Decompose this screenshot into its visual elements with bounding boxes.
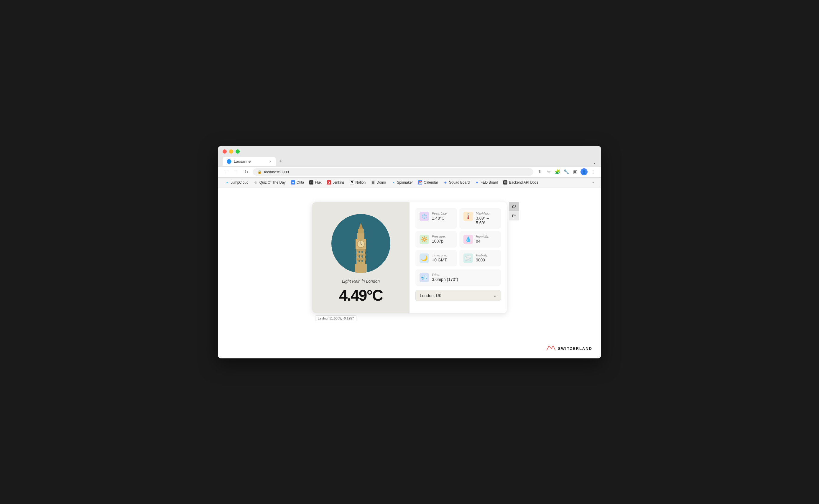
jenkins-favicon: ◑ bbox=[327, 180, 331, 185]
min-max-icon: 🌡️ bbox=[463, 212, 473, 221]
back-button[interactable]: ← bbox=[223, 168, 230, 175]
sidebar-icon[interactable]: ▣ bbox=[572, 168, 579, 175]
extensions-puzzle-icon[interactable]: 🔧 bbox=[563, 168, 570, 175]
weather-right-panel: ❄️ Feels Like: 1.48°C 🌡️ Min/Max: 3.89° … bbox=[409, 202, 507, 313]
min-max-card: 🌡️ Min/Max: 3.89° – 5.69° bbox=[459, 208, 501, 229]
humidity-label: Humidity: bbox=[476, 235, 489, 238]
bookmark-domo[interactable]: ▦ Domo bbox=[369, 179, 388, 185]
bookmark-jumpcloud[interactable]: ☁ JumpCloud bbox=[223, 179, 251, 185]
timezone-value: +0 GMT bbox=[432, 258, 447, 262]
share-icon[interactable]: ⬆ bbox=[536, 168, 543, 175]
svg-marker-11 bbox=[359, 223, 363, 229]
feels-like-value: 1.48°C bbox=[432, 216, 448, 220]
more-bookmarks-button[interactable]: » bbox=[590, 179, 596, 185]
backend-api-docs-favicon: ⊡ bbox=[503, 180, 507, 185]
bookmark-backend-api-docs[interactable]: ⊡ Backend API Docs bbox=[501, 179, 540, 185]
extension-icon[interactable]: 🧩 bbox=[554, 168, 561, 175]
city-selector[interactable]: London, UK ⌄ bbox=[415, 290, 501, 301]
weather-stats-grid: ❄️ Feels Like: 1.48°C 🌡️ Min/Max: 3.89° … bbox=[415, 208, 501, 266]
bookmark-quiz[interactable]: ◎ Quiz Of The Day bbox=[251, 179, 288, 185]
feels-like-card: ❄️ Feels Like: 1.48°C bbox=[415, 208, 457, 229]
weather-left-panel: Light Rain in London 4.49°C Lat/lng: 51.… bbox=[312, 202, 409, 313]
tab-close-button[interactable]: × bbox=[269, 159, 272, 164]
domo-favicon: ▦ bbox=[371, 180, 375, 185]
browser-window: 🌐 Lausanne × + ⌄ ← → ↻ 🔒 localhost:3000 … bbox=[218, 146, 601, 358]
timezone-label: Timezone: bbox=[432, 253, 447, 257]
fahrenheit-button[interactable]: F° bbox=[509, 211, 519, 220]
temperature-main: 4.49°C bbox=[339, 286, 383, 304]
bookmark-notion[interactable]: N Notion bbox=[348, 179, 368, 185]
url-display: localhost:3000 bbox=[264, 170, 289, 174]
city-illustration bbox=[331, 214, 390, 273]
visibility-icon: 🌫️ bbox=[463, 253, 473, 263]
svg-rect-2 bbox=[356, 249, 366, 252]
okta-favicon: ● bbox=[291, 180, 295, 185]
svg-rect-10 bbox=[358, 229, 364, 233]
svg-rect-17 bbox=[361, 260, 363, 262]
bookmarks-bar: ☁ JumpCloud ◎ Quiz Of The Day ● Okta □ F… bbox=[218, 178, 601, 187]
timezone-icon: 🌙 bbox=[420, 253, 429, 263]
notion-favicon: N bbox=[350, 180, 354, 185]
svg-rect-3 bbox=[356, 254, 366, 256]
switzerland-logo: SWITZERLAND bbox=[547, 345, 592, 353]
address-input-container[interactable]: 🔒 localhost:3000 bbox=[253, 168, 533, 176]
weather-description: Light Rain in London bbox=[342, 279, 380, 284]
wind-label: Wind: bbox=[432, 273, 458, 276]
wind-icon: 💨 bbox=[420, 273, 429, 282]
svg-rect-14 bbox=[358, 255, 360, 258]
spinnaker-favicon: ◂ bbox=[391, 180, 395, 185]
timezone-card: 🌙 Timezone: +0 GMT bbox=[415, 250, 457, 266]
feels-like-label: Feels Like: bbox=[432, 212, 448, 215]
fed-board-favicon: ◆ bbox=[475, 180, 479, 185]
pressure-card: 🔆 Pressure: 1007p bbox=[415, 231, 457, 248]
pressure-value: 1007p bbox=[432, 239, 446, 243]
visibility-label: Visibility: bbox=[476, 253, 489, 257]
timezone-content: Timezone: +0 GMT bbox=[432, 253, 447, 262]
celsius-button[interactable]: C° bbox=[509, 202, 519, 211]
new-tab-button[interactable]: + bbox=[276, 157, 285, 166]
bookmark-icon[interactable]: ☆ bbox=[545, 168, 552, 175]
address-bar: ← → ↻ 🔒 localhost:3000 ⬆ ☆ 🧩 🔧 ▣ 👤 ⋮ bbox=[218, 167, 601, 178]
visibility-content: Visibility: 9000 bbox=[476, 253, 489, 262]
bookmark-jenkins[interactable]: ◑ Jenkins bbox=[325, 179, 347, 185]
profile-avatar[interactable]: 👤 bbox=[580, 168, 588, 175]
bookmark-spinnaker[interactable]: ◂ Spinnaker bbox=[389, 179, 415, 185]
humidity-content: Humidity: 84 bbox=[476, 235, 489, 243]
svg-rect-13 bbox=[361, 251, 363, 253]
temperature-toggle: C° F° bbox=[509, 202, 519, 220]
svg-rect-16 bbox=[358, 260, 360, 262]
squad-board-favicon: ◆ bbox=[443, 180, 448, 185]
tabs-row: 🌐 Lausanne × + ⌄ bbox=[223, 157, 596, 166]
jumpcloud-favicon: ☁ bbox=[225, 180, 229, 185]
more-options-button[interactable]: ⋮ bbox=[589, 168, 596, 175]
quiz-favicon: ◎ bbox=[254, 180, 258, 185]
active-tab[interactable]: 🌐 Lausanne × bbox=[223, 157, 276, 166]
forward-button[interactable]: → bbox=[233, 168, 240, 175]
bookmark-squad-board[interactable]: ◆ Squad Board bbox=[441, 179, 472, 185]
bookmark-flux[interactable]: □ Flux bbox=[307, 179, 324, 185]
reload-button[interactable]: ↻ bbox=[243, 168, 250, 175]
pressure-label: Pressure: bbox=[432, 235, 446, 238]
bookmark-fed-board[interactable]: ◆ FED Board bbox=[473, 179, 500, 185]
wind-card: 💨 Wind: 3.6mph (170°) bbox=[415, 269, 501, 286]
close-window-button[interactable] bbox=[223, 149, 227, 154]
big-ben-icon bbox=[349, 223, 373, 273]
city-selector-chevron: ⌄ bbox=[493, 293, 496, 298]
humidity-icon: 💧 bbox=[463, 235, 473, 244]
city-selector-text: London, UK bbox=[420, 293, 442, 298]
traffic-lights bbox=[223, 149, 596, 154]
minimize-window-button[interactable] bbox=[229, 149, 233, 154]
svg-rect-9 bbox=[357, 233, 364, 240]
maximize-window-button[interactable] bbox=[236, 149, 240, 154]
lock-icon: 🔒 bbox=[257, 170, 262, 174]
calendar-favicon: 📅 bbox=[418, 180, 422, 185]
wind-content: Wind: 3.6mph (170°) bbox=[432, 273, 458, 282]
visibility-value: 9000 bbox=[476, 258, 489, 262]
feels-like-content: Feels Like: 1.48°C bbox=[432, 212, 448, 220]
bookmark-calendar[interactable]: 📅 Calendar bbox=[416, 179, 440, 185]
page-content: Light Rain in London 4.49°C Lat/lng: 51.… bbox=[218, 187, 601, 358]
tabs-menu-button[interactable]: ⌄ bbox=[593, 159, 596, 165]
pressure-icon: 🔆 bbox=[420, 235, 429, 244]
bookmark-okta[interactable]: ● Okta bbox=[289, 179, 306, 185]
min-max-content: Min/Max: 3.89° – 5.69° bbox=[476, 212, 497, 225]
